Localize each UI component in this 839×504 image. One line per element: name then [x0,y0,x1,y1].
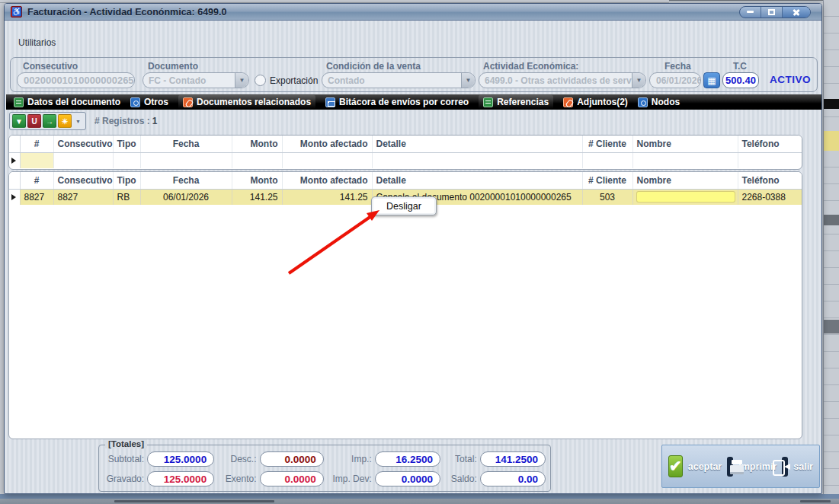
column-header-tipo[interactable]: Tipo [113,136,140,152]
fecha-input[interactable]: 06/01/2026 [649,72,701,88]
totals-row-1: Subtotal: 125.0000 Desc.: 0.0000 Imp.: 1… [105,451,546,467]
tab-nodos[interactable]: Nodos [638,95,680,109]
print-button[interactable]: imprimir [738,461,777,472]
context-menu-desligar[interactable]: Desligar [371,196,437,215]
minimize-button[interactable] [740,7,761,18]
column-header-telefono[interactable]: Teléfono [738,172,802,189]
background-dark-row [824,320,839,333]
tc-input[interactable]: 500.40 [722,72,759,88]
column-header-telefono[interactable]: Teléfono [738,136,802,152]
column-header-num[interactable]: # [20,136,53,152]
column-header-fecha[interactable]: Fecha [140,136,232,152]
condicion-venta-select[interactable]: Contado ▼ [322,72,476,88]
close-button[interactable] [783,7,810,18]
consecutivo-input[interactable]: 00200001010000000265 [17,72,135,88]
column-header-monto-afectado[interactable]: Monto afectado [282,172,372,189]
documento-select[interactable]: FC - Contado ▼ [143,72,249,88]
filter-grid: # Consecutivo Tipo Fecha Monto Monto afe… [8,135,802,170]
column-header-detalle[interactable]: Detalle [372,136,582,152]
saldo-label: Saldo: [448,474,477,484]
cell-monto-afectado[interactable]: 141.25 [282,189,372,205]
menu-item-utilitarios[interactable]: Utilitarios [18,37,56,48]
actividad-economica-select[interactable]: 6499.0 - Otras actividades de servicios … [479,72,646,88]
column-header-num[interactable]: # [20,172,53,189]
tab-bitacora-envios-correo[interactable]: Bitácora de envíos por correo [325,95,469,109]
column-header-cliente[interactable]: # Cliente [582,172,632,189]
maximize-icon [768,9,775,15]
fecha-label: Fecha [664,61,691,72]
filter-cell-consecutivo[interactable] [53,152,113,168]
highlight-button[interactable]: ☀ [58,114,72,128]
filter-cell-telefono[interactable] [738,152,802,168]
cell-tipo[interactable]: RB [113,189,140,205]
printer-icon[interactable] [727,457,733,477]
filter-cell-cliente[interactable] [582,152,632,168]
maximize-button[interactable] [761,7,783,18]
undo-button[interactable]: U [27,114,41,128]
documento-label: Documento [148,61,198,72]
column-header-consecutivo[interactable]: Consecutivo [53,172,113,189]
filter-cell-nombre[interactable] [632,152,738,168]
title-bar[interactable]: ♿ Facturación - Actividad Econónmica: 64… [5,4,821,21]
cell-nombre[interactable] [632,189,738,205]
cell-num[interactable]: 8827 [20,189,53,205]
imp-dev-label: Imp. Dev: [331,474,372,484]
subtotal-value: 125.0000 [147,451,214,467]
column-header-monto[interactable]: Monto [232,172,282,189]
filter-cell-num[interactable] [20,152,53,168]
actividad-economica-label: Actividad Económica: [483,61,578,72]
totals-groupbox: [Totales] Subtotal: 125.0000 Desc.: 0.00… [98,445,551,492]
row-marker [9,152,20,168]
filter-cell-detalle[interactable] [372,152,582,168]
chevron-down-icon[interactable]: ▼ [73,114,83,128]
mail-icon [325,97,335,107]
insert-row-button[interactable]: ▼ [12,114,26,128]
column-header-consecutivo[interactable]: Consecutivo [53,136,113,152]
cell-fecha[interactable]: 06/01/2026 [140,189,232,205]
column-header-monto-afectado[interactable]: Monto afectado [282,136,372,152]
filter-cell-monto-afectado[interactable] [282,152,372,168]
tab-adjuntos[interactable]: Adjuntos(2) [563,95,628,109]
tab-referencias[interactable]: Referencias [479,95,553,109]
tab-documentos-relacionados[interactable]: Documentos relacionados [178,95,315,109]
total-value: 141.2500 [480,451,546,467]
row-marker-icon [11,194,16,200]
chevron-down-icon[interactable]: ▼ [461,73,475,88]
filter-cell-fecha[interactable] [140,152,232,168]
calendar-icon[interactable]: ▦ [703,72,720,88]
cell-cliente[interactable]: 503 [582,189,632,205]
exportacion-checkbox[interactable] [255,75,266,86]
column-header-monto[interactable]: Monto [232,136,282,152]
imp-dev-value: 0.0000 [375,471,440,486]
background-text-blur [114,500,274,502]
desc-value: 0.0000 [260,451,324,467]
chevron-down-icon[interactable]: ▼ [235,73,248,88]
gravado-label: Gravado: [105,474,144,484]
filter-cell-tipo[interactable] [113,152,140,168]
exit-icon[interactable] [782,457,788,477]
column-header-nombre[interactable]: Nombre [632,136,738,152]
column-header-fecha[interactable]: Fecha [140,172,232,189]
tab-otros[interactable]: Otros [130,95,168,109]
background-window-right [823,0,839,504]
document-header-panel: Consecutivo 00200001010000000265 Documen… [10,57,818,92]
column-header-cliente[interactable]: # Cliente [582,136,632,152]
cell-monto[interactable]: 141.25 [232,189,282,205]
cell-consecutivo[interactable]: 8827 [53,189,113,205]
chevron-down-icon[interactable]: ▼ [632,73,645,88]
close-icon [793,8,800,16]
column-header-nombre[interactable]: Nombre [632,172,738,189]
accept-check-icon[interactable]: ✔ [668,455,683,477]
filter-cell-monto[interactable] [232,152,282,168]
cell-telefono[interactable]: 2268-0388 [738,189,802,205]
exit-button[interactable]: salir [793,461,813,472]
accept-button[interactable]: aceptar [688,461,722,472]
column-header-tipo[interactable]: Tipo [113,172,140,189]
toolbar-button-group: ▼ U → ☀ ▼ [9,112,86,130]
column-header-detalle[interactable]: Detalle [372,172,582,189]
tab-datos-del-documento[interactable]: Datos del documento [14,95,120,109]
condicion-venta-label: Condición de la venta [326,61,421,72]
export-button[interactable]: → [43,114,56,128]
saldo-value: 0.00 [480,471,546,486]
total-label: Total: [448,454,477,464]
